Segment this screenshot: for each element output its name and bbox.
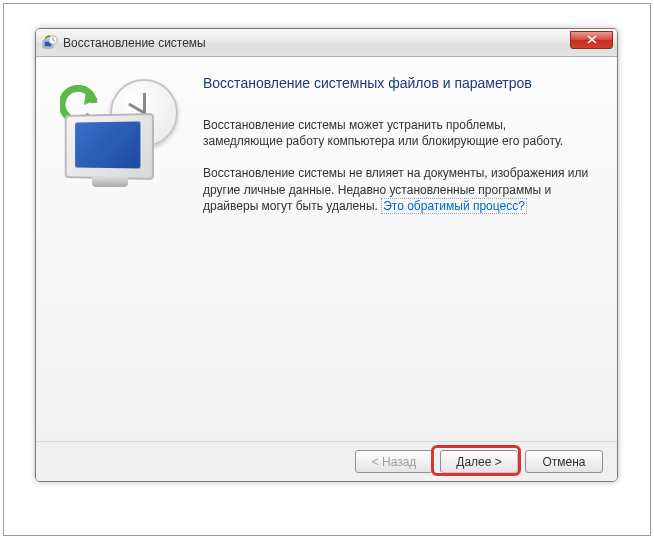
wizard-content: Восстановление системных файлов и параме… xyxy=(36,57,617,441)
intro-paragraph-1: Восстановление системы может устранить п… xyxy=(203,117,589,149)
wizard-graphic xyxy=(58,75,203,429)
cancel-button[interactable]: Отмена xyxy=(525,450,603,473)
page-heading: Восстановление системных файлов и параме… xyxy=(203,75,589,91)
wizard-button-bar: < Назад Далее > Отмена xyxy=(36,441,617,481)
next-button[interactable]: Далее > xyxy=(440,450,518,473)
intro-paragraph-2: Восстановление системы не влияет на доку… xyxy=(203,165,589,214)
system-restore-window: Восстановление системы xyxy=(35,28,618,482)
window-title: Восстановление системы xyxy=(63,36,570,50)
back-button: < Назад xyxy=(355,450,433,473)
titlebar[interactable]: Восстановление системы xyxy=(36,29,617,57)
reversible-process-link[interactable]: Это обратимый процесс? xyxy=(381,198,527,214)
wizard-text: Восстановление системных файлов и параме… xyxy=(203,75,589,429)
close-icon xyxy=(587,35,597,44)
close-button[interactable] xyxy=(570,31,613,49)
monitor-icon xyxy=(65,113,154,180)
system-restore-icon xyxy=(42,35,58,51)
